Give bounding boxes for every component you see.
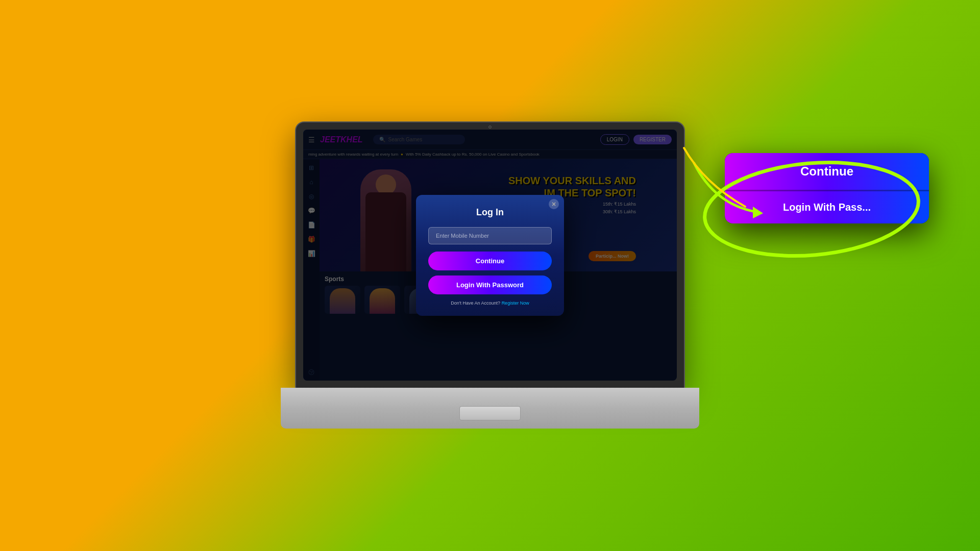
modal-title: Log In bbox=[428, 207, 552, 218]
laptop-screen-bezel: ☰ JEETKHEL 🔍 LOGIN REGISTER ming adventu… bbox=[296, 122, 684, 388]
laptop-screen: ☰ JEETKHEL 🔍 LOGIN REGISTER ming adventu… bbox=[303, 130, 677, 381]
laptop-base bbox=[281, 388, 699, 429]
annotation-svg bbox=[653, 122, 934, 265]
login-with-password-button[interactable]: Login With Password bbox=[428, 276, 552, 294]
continue-button[interactable]: Continue bbox=[428, 252, 552, 270]
laptop-container: ☰ JEETKHEL 🔍 LOGIN REGISTER ming adventu… bbox=[281, 122, 699, 429]
laptop-trackpad[interactable] bbox=[459, 406, 521, 420]
modal-close-button[interactable]: × bbox=[549, 199, 559, 209]
register-now-link[interactable]: Register Now bbox=[502, 300, 529, 306]
webcam bbox=[488, 126, 492, 129]
modal-overlay[interactable]: × Log In Continue Login With Password Do… bbox=[303, 130, 677, 381]
modal-footer: Don't Have An Account? Register Now bbox=[428, 300, 552, 306]
login-modal: × Log In Continue Login With Password Do… bbox=[416, 195, 564, 316]
svg-marker-1 bbox=[753, 207, 763, 218]
svg-point-0 bbox=[701, 154, 922, 264]
footer-text: Don't Have An Account? bbox=[451, 300, 500, 306]
annotation-container: Continue Login With Pass... bbox=[694, 153, 939, 223]
mobile-number-input[interactable] bbox=[428, 227, 552, 244]
